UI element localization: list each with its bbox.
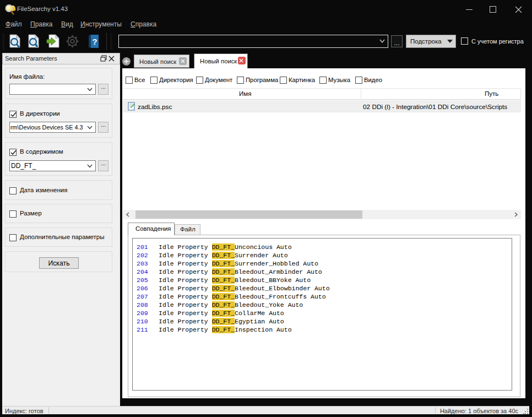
svg-text:?: ? xyxy=(92,37,97,46)
